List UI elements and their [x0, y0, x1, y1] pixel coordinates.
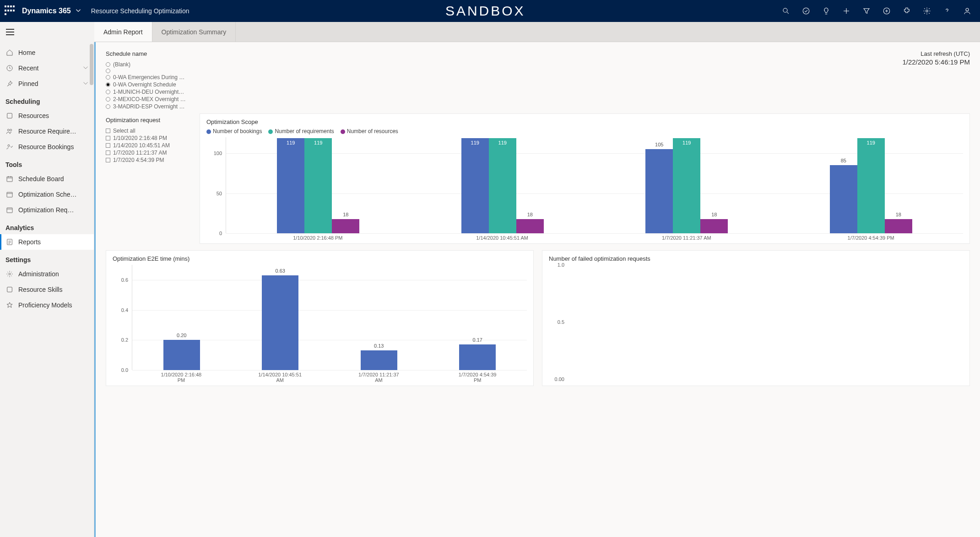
nav-optimization-requests[interactable]: Optimization Req…	[0, 202, 94, 218]
task-icon[interactable]	[801, 6, 811, 16]
chart-failed: 0.000.51.0	[549, 265, 963, 379]
nav-label: Optimization Sche…	[18, 191, 77, 198]
nav-optimization-schedules[interactable]: Optimization Sche…	[0, 187, 94, 202]
svg-point-14	[9, 273, 11, 275]
nav-resource-bookings[interactable]: Resource Bookings	[0, 139, 94, 155]
add-circle-icon[interactable]	[882, 6, 891, 16]
hamburger-icon[interactable]	[6, 29, 14, 35]
legend-item[interactable]: Number of requirements	[268, 128, 334, 134]
plus-icon[interactable]	[842, 6, 851, 16]
schedule-radio-item[interactable]	[106, 68, 200, 74]
request-check-item[interactable]: 1/7/2020 4:54:39 PM	[106, 156, 200, 164]
checkbox-icon	[106, 129, 110, 133]
check-select-all[interactable]: Select all	[106, 127, 200, 134]
card-optimization-scope: Optimization Scope Number of bookingsNum…	[200, 113, 970, 244]
nav-resource-skills[interactable]: Resource Skills	[0, 282, 94, 297]
tab-admin-report[interactable]: Admin Report	[94, 22, 152, 42]
nav-section-analytics: Analytics	[0, 218, 94, 234]
calendar-icon	[5, 190, 14, 199]
nav-recent[interactable]: Recent	[0, 60, 94, 76]
request-check-item[interactable]: 1/10/2020 2:16:48 PM	[106, 134, 200, 142]
svg-rect-13	[7, 239, 12, 245]
legend-dot-icon	[206, 129, 211, 134]
nav-pinned[interactable]: Pinned	[0, 76, 94, 91]
nav-resources[interactable]: Resources	[0, 108, 94, 124]
radio-icon	[106, 104, 110, 109]
schedule-radio-item[interactable]: 2-MEXICO-MEX Overnight …	[106, 96, 200, 103]
svg-point-3	[926, 10, 928, 12]
nav-reports[interactable]: Reports	[0, 234, 94, 250]
app-launcher-icon[interactable]	[5, 5, 16, 16]
chart-legend: Number of bookingsNumber of requirements…	[206, 128, 963, 134]
star-icon	[5, 301, 14, 309]
radio-icon	[106, 75, 110, 80]
svg-rect-12	[7, 208, 12, 213]
lightbulb-icon[interactable]	[822, 6, 831, 16]
chart-e2e: 0.00.20.40.6 0.200.630.130.17 1/10/2020 …	[113, 265, 527, 383]
radio-label: 0-WA Emergencies During …	[113, 74, 184, 81]
radio-label: 3-MADRID-ESP Overnight …	[113, 103, 185, 110]
schedule-radio-item[interactable]: 1-MUNICH-DEU Overnight…	[106, 88, 200, 96]
nav-label: Reports	[18, 238, 41, 246]
report-icon	[5, 238, 14, 246]
pin-icon	[5, 80, 14, 88]
nav-resource-requirements[interactable]: Resource Require…	[0, 124, 94, 139]
chevron-down-icon[interactable]	[76, 8, 81, 15]
nav-administration[interactable]: Administration	[0, 266, 94, 282]
checkbox-icon	[106, 136, 110, 140]
extension-icon[interactable]	[902, 6, 911, 16]
nav-label: Resource Require…	[18, 128, 76, 135]
card-failed-requests: Number of failed optimization requests 0…	[542, 250, 970, 386]
search-icon[interactable]	[781, 6, 790, 16]
nav-label: Resources	[18, 112, 49, 119]
checkbox-icon	[106, 143, 110, 148]
gear-icon[interactable]	[922, 6, 931, 16]
svg-point-0	[783, 8, 787, 12]
app-name[interactable]: Dynamics 365	[22, 7, 71, 15]
radio-icon	[106, 69, 110, 73]
tab-optimization-summary[interactable]: Optimization Summary	[152, 22, 236, 42]
schedule-radio-item[interactable]: 0-WA Emergencies During …	[106, 74, 200, 81]
check-label: 1/7/2020 11:21:37 AM	[113, 150, 167, 156]
nav-label: Optimization Req…	[18, 206, 74, 214]
check-label: 1/7/2020 4:54:39 PM	[113, 157, 164, 163]
legend-item[interactable]: Number of bookings	[206, 128, 262, 134]
sidenav-toggle-area	[0, 22, 20, 42]
radio-icon	[106, 82, 110, 87]
scrollbar-thumb[interactable]	[90, 44, 93, 85]
schedule-radio-item[interactable]: 0-WA Overnight Schedule	[106, 81, 200, 88]
legend-item[interactable]: Number of resources	[341, 128, 398, 134]
booking-icon	[5, 143, 14, 151]
request-check-item[interactable]: 1/14/2020 10:45:51 AM	[106, 142, 200, 149]
legend-dot-icon	[268, 129, 273, 134]
calendar-icon	[5, 175, 14, 183]
nav-home[interactable]: Home	[0, 45, 94, 60]
nav-proficiency-models[interactable]: Proficiency Models	[0, 297, 94, 313]
schedule-radio-item[interactable]: 3-MADRID-ESP Overnight …	[106, 103, 200, 110]
user-icon[interactable]	[963, 6, 972, 16]
radio-icon	[106, 90, 110, 94]
filter-icon[interactable]	[862, 6, 871, 16]
svg-point-4	[966, 8, 969, 11]
help-icon[interactable]	[942, 6, 952, 16]
svg-rect-11	[7, 192, 12, 197]
card-e2e-time: Optimization E2E time (mins) 0.00.20.40.…	[106, 250, 534, 386]
nav-label: Resource Bookings	[18, 143, 74, 150]
svg-rect-6	[7, 113, 12, 118]
nav-label: Resource Skills	[18, 286, 62, 293]
svg-point-8	[10, 129, 12, 131]
svg-rect-10	[7, 177, 12, 182]
nav-schedule-board[interactable]: Schedule Board	[0, 171, 94, 187]
chevron-down-icon	[83, 64, 88, 72]
check-label: 1/10/2020 2:16:48 PM	[113, 135, 167, 141]
nav-label: Schedule Board	[18, 175, 64, 183]
clock-icon	[5, 64, 14, 72]
refresh-timestamp: 1/22/2020 5:46:19 PM	[902, 58, 970, 66]
nav-label: Pinned	[18, 80, 38, 87]
radio-label: 2-MEXICO-MEX Overnight …	[113, 96, 186, 102]
schedule-radio-list: (Blank)0-WA Emergencies During …0-WA Ove…	[106, 61, 200, 110]
svg-point-1	[803, 8, 809, 14]
schedule-radio-item[interactable]: (Blank)	[106, 61, 200, 68]
legend-dot-icon	[341, 129, 345, 134]
request-check-item[interactable]: 1/7/2020 11:21:37 AM	[106, 149, 200, 156]
